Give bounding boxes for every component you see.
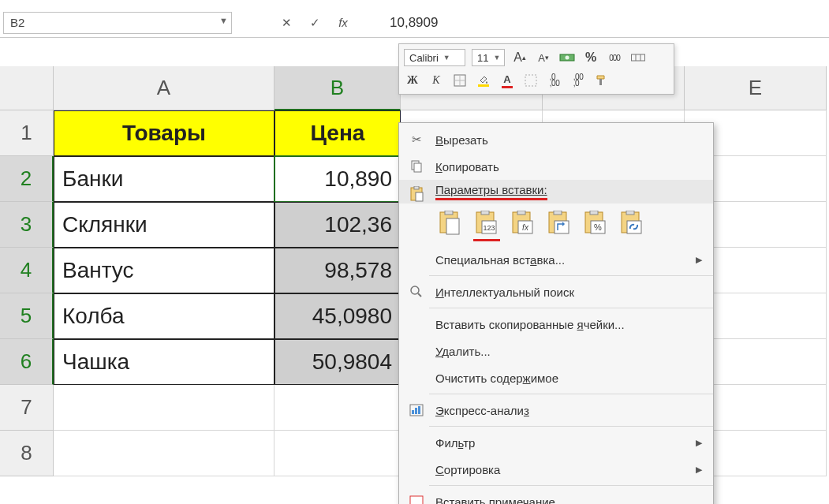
menu-cut[interactable]: ✂ Вырезать [399, 126, 713, 153]
cell-b5[interactable]: 45,0980 [274, 293, 401, 339]
clipboard-icon [407, 186, 426, 202]
row-header-6[interactable]: 6 [0, 339, 54, 385]
accounting-format-button[interactable] [558, 49, 576, 66]
svg-text:123: 123 [483, 224, 495, 232]
svg-rect-35 [627, 221, 641, 233]
menu-delete-label: далить... [442, 345, 490, 358]
name-box-value: B2 [10, 16, 24, 29]
fx-icon[interactable]: fx [336, 16, 350, 30]
svg-rect-17 [446, 218, 459, 234]
borders-button[interactable] [451, 72, 469, 89]
comma-format-button[interactable]: 000 [606, 49, 623, 66]
font-color-button[interactable]: A [499, 72, 516, 89]
lightbulb-search-icon [407, 284, 426, 300]
borders-style-button[interactable] [522, 72, 540, 89]
menu-insert-copied-cells[interactable]: Вставить скопированные ячейки... [399, 311, 713, 338]
menu-copy[interactable]: Копировать [399, 153, 713, 180]
cell-b8[interactable] [274, 431, 401, 476]
menu-separator [429, 485, 713, 486]
cell-a5[interactable]: Колба [54, 293, 274, 339]
formula-bar-buttons: ✕ ✓ fx [279, 16, 350, 30]
increase-font-button[interactable]: A▴ [511, 49, 528, 66]
cell-b3[interactable]: 102,36 [274, 202, 401, 248]
cell-a4[interactable]: Вантус [54, 248, 274, 293]
cell-b1[interactable]: Цена [274, 110, 401, 156]
comment-icon [407, 494, 426, 504]
fill-color-button[interactable] [475, 72, 492, 89]
row-header-4[interactable]: 4 [0, 248, 54, 293]
scissors-icon: ✂ [407, 132, 426, 147]
merge-center-button[interactable] [629, 49, 647, 66]
percent-format-button[interactable]: % [582, 49, 599, 66]
row-header-7[interactable]: 7 [0, 385, 54, 431]
row-header-1[interactable]: 1 [0, 110, 54, 156]
menu-quick-analysis-label: Экспресс-анализ [435, 404, 529, 417]
decrease-font-button[interactable]: A▾ [535, 49, 552, 66]
cell-b7[interactable] [274, 385, 401, 431]
cell-a6[interactable]: Чашка [54, 339, 274, 385]
menu-insert-comment[interactable]: Вставить примечание [399, 488, 713, 504]
cell-a2[interactable]: Банки [54, 156, 274, 202]
cell-a8[interactable] [54, 431, 274, 476]
menu-insert-copied-label: Вставить скопированные ячейки... [435, 318, 625, 331]
cell-a7[interactable] [54, 385, 274, 431]
paste-options-row: 123 fx % [399, 203, 713, 246]
col-header-e[interactable]: E [685, 66, 827, 110]
name-box-dropdown-icon[interactable]: ▼ [219, 16, 228, 25]
row-header-3[interactable]: 3 [0, 202, 54, 248]
confirm-icon[interactable]: ✓ [308, 16, 322, 30]
menu-sort[interactable]: Сортировка ▶ [399, 456, 713, 483]
paste-values-underline [473, 239, 500, 241]
menu-clear-label: Очистить содержимое [435, 371, 558, 385]
paste-option-formulas[interactable]: fx [508, 208, 538, 238]
increase-decimal-button[interactable]: ,0 ,00 [546, 72, 563, 89]
menu-clear-contents[interactable]: Очистить содержимое [399, 364, 713, 391]
copy-icon [407, 159, 426, 174]
svg-rect-2 [632, 54, 645, 61]
paste-options-title: Параметры вставки: [435, 183, 547, 200]
bold-button[interactable]: Ж [404, 72, 421, 89]
menu-separator [429, 275, 713, 276]
cell-b6[interactable]: 50,9804 [274, 339, 401, 385]
select-all-corner[interactable] [0, 66, 54, 110]
paste-option-formatting[interactable]: % [581, 208, 611, 238]
italic-button[interactable]: К [428, 72, 445, 89]
name-box[interactable]: B2 ▼ [3, 12, 232, 34]
menu-quick-analysis[interactable]: Экспресс-анализ [399, 397, 713, 424]
svg-text:fx: fx [522, 223, 529, 232]
menu-filter[interactable]: Фильтр ▶ [399, 429, 713, 456]
cancel-icon[interactable]: ✕ [279, 16, 293, 30]
menu-paste-special[interactable]: Специальная вставка... ▶ [399, 246, 713, 273]
svg-text:%: % [594, 222, 602, 232]
cell-a3[interactable]: Склянки [54, 202, 274, 248]
row-header-2[interactable]: 2 [0, 156, 54, 202]
cell-a1[interactable]: Товары [54, 110, 274, 156]
paste-option-transpose[interactable] [544, 208, 574, 238]
menu-separator [429, 426, 713, 427]
cell-b4[interactable]: 98,578 [274, 248, 401, 293]
svg-rect-40 [415, 408, 417, 414]
paste-option-values[interactable]: 123 [472, 208, 502, 238]
format-painter-button[interactable] [593, 72, 611, 89]
paste-option-default[interactable] [435, 208, 465, 238]
row-header-5[interactable]: 5 [0, 293, 54, 339]
svg-rect-13 [414, 186, 419, 189]
svg-rect-27 [554, 211, 562, 215]
col-header-b[interactable]: B [274, 66, 401, 110]
quick-analysis-icon [407, 402, 426, 418]
row-header-8[interactable]: 8 [0, 431, 54, 476]
menu-delete[interactable]: Удалить... [399, 338, 713, 364]
paste-option-link[interactable] [617, 208, 647, 238]
decrease-decimal-button[interactable]: ,00 ,0 [569, 72, 587, 89]
font-size: 11 [477, 52, 488, 64]
formula-input[interactable] [374, 12, 829, 34]
submenu-arrow-icon: ▶ [696, 255, 702, 265]
col-header-a[interactable]: A [54, 66, 274, 110]
svg-rect-9 [599, 79, 602, 85]
cell-b2[interactable]: 10,890 [274, 156, 401, 202]
font-size-select[interactable]: 11 ▼ [472, 49, 505, 66]
menu-sort-label: ортировка [444, 463, 501, 476]
chevron-down-icon: ▼ [443, 54, 450, 62]
font-select[interactable]: Calibri ▼ [404, 49, 465, 66]
menu-smart-lookup[interactable]: Интеллектуальный поиск [399, 278, 713, 305]
